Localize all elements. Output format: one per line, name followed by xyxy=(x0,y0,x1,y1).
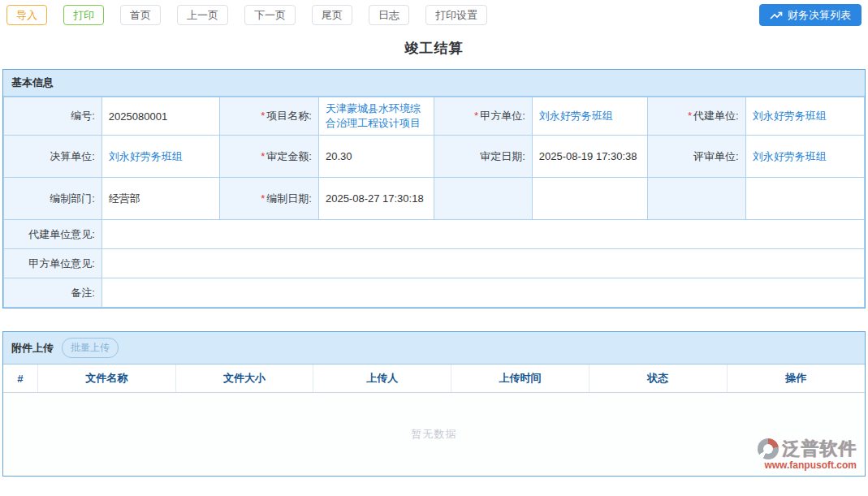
finance-settlement-list-label: 财务决算列表 xyxy=(788,10,851,20)
page-title: 竣工结算 xyxy=(0,39,868,58)
attachments-section: 附件上传 批量上传 # 文件名称 文件大小 上传人 上传时间 状态 操作 xyxy=(2,331,866,477)
fanpu-logo-icon xyxy=(758,438,779,459)
empty-state-text: 暂无数据 xyxy=(3,427,865,442)
field-project-value: 天津蒙城县水环境综合治理工程设计项目 xyxy=(318,97,434,136)
party-a-link[interactable]: 刘永好劳务班组 xyxy=(539,110,613,122)
attachments-section-header: 附件上传 批量上传 xyxy=(3,332,865,364)
attachments-header-row: # 文件名称 文件大小 上传人 上传时间 状态 操作 xyxy=(3,364,865,393)
project-link[interactable]: 天津蒙城县水环境综合治理工程设计项目 xyxy=(326,102,421,129)
review-unit-link[interactable]: 刘永好劳务班组 xyxy=(753,150,827,162)
field-code-label: 编号: xyxy=(4,97,102,136)
col-actions: 操作 xyxy=(727,364,865,393)
first-page-button[interactable]: 首页 xyxy=(120,5,161,25)
field-remark-value xyxy=(101,278,864,308)
field-agent-unit-label: *代建单位: xyxy=(647,97,745,136)
finance-settlement-list-button[interactable]: 财务决算列表 xyxy=(759,4,862,26)
import-button[interactable]: 导入 xyxy=(6,5,47,25)
empty-label-cell xyxy=(434,178,532,220)
empty-label-cell xyxy=(647,178,745,220)
attachments-table: # 文件名称 文件大小 上传人 上传时间 状态 操作 xyxy=(3,364,865,393)
basic-info-title: 基本信息 xyxy=(11,75,54,90)
field-party-a-label: *甲方单位: xyxy=(434,97,532,136)
field-project-label: *项目名称: xyxy=(220,97,319,136)
col-index: # xyxy=(3,364,37,393)
field-settle-unit-value: 刘永好劳务班组 xyxy=(101,136,219,178)
field-approved-date-value: 2025-08-19 17:30:38 xyxy=(532,136,647,178)
col-status: 状态 xyxy=(589,364,727,393)
field-party-a-opinion-label: 甲方单位意见: xyxy=(4,249,102,278)
completion-settlement-page: 导入 打印 首页 上一页 下一页 尾页 日志 打印设置 财务决算列表 竣工结算 … xyxy=(0,0,868,496)
col-upload-time: 上传时间 xyxy=(451,364,589,393)
last-page-button[interactable]: 尾页 xyxy=(312,5,352,25)
basic-info-table: 编号: 2025080001 *项目名称: 天津蒙城县水环境综合治理工程设计项目… xyxy=(3,97,865,308)
print-button[interactable]: 打印 xyxy=(63,5,104,25)
field-code-value: 2025080001 xyxy=(101,97,219,136)
col-file-size: 文件大小 xyxy=(175,364,313,393)
trending-up-icon xyxy=(770,10,783,20)
field-party-a-value: 刘永好劳务班组 xyxy=(532,97,647,136)
watermark-url: www.fanpusoft.com xyxy=(758,459,857,471)
col-file-name: 文件名称 xyxy=(37,364,175,393)
agent-unit-link[interactable]: 刘永好劳务班组 xyxy=(753,110,827,122)
empty-value-cell xyxy=(532,178,647,220)
prev-page-button[interactable]: 上一页 xyxy=(177,5,228,25)
print-settings-button[interactable]: 打印设置 xyxy=(425,5,487,25)
basic-info-section-header: 基本信息 xyxy=(3,70,865,97)
field-approved-amount-value: 20.30 xyxy=(318,136,434,178)
field-agent-opinion-label: 代建单位意见: xyxy=(4,220,102,249)
field-dept-label: 编制部门: xyxy=(4,178,102,220)
attachments-title: 附件上传 xyxy=(11,341,54,356)
field-compile-date-label: *编制日期: xyxy=(220,178,319,220)
field-party-a-opinion-value xyxy=(101,249,864,278)
field-approved-date-label: 审定日期: xyxy=(434,136,532,178)
settle-unit-link[interactable]: 刘永好劳务班组 xyxy=(109,150,183,162)
field-agent-unit-value: 刘永好劳务班组 xyxy=(745,97,864,136)
basic-info-section: 基本信息 编号: 2025080001 *项目名称: 天津蒙城县水环境综合治理工… xyxy=(2,69,866,308)
batch-upload-button[interactable]: 批量上传 xyxy=(62,338,119,358)
field-compile-date-value: 2025-08-27 17:30:18 xyxy=(318,178,434,220)
watermark-brand: 泛普软件 xyxy=(782,437,857,461)
field-settle-unit-label: 决算单位: xyxy=(4,136,102,178)
field-remark-label: 备注: xyxy=(4,278,102,308)
col-uploader: 上传人 xyxy=(313,364,451,393)
field-review-unit-value: 刘永好劳务班组 xyxy=(745,136,864,178)
log-button[interactable]: 日志 xyxy=(369,5,409,25)
field-agent-opinion-value xyxy=(101,220,864,249)
empty-value-cell xyxy=(745,178,864,220)
field-approved-amount-label: *审定金额: xyxy=(220,136,319,178)
field-dept-value: 经营部 xyxy=(101,178,219,220)
attachments-empty-body: 暂无数据 泛普软件 www.fanpusoft.com xyxy=(3,393,865,476)
toolbar: 导入 打印 首页 上一页 下一页 尾页 日志 打印设置 财务决算列表 xyxy=(0,0,868,31)
watermark: 泛普软件 www.fanpusoft.com xyxy=(758,437,857,471)
field-review-unit-label: 评审单位: xyxy=(647,136,745,178)
next-page-button[interactable]: 下一页 xyxy=(244,5,296,25)
